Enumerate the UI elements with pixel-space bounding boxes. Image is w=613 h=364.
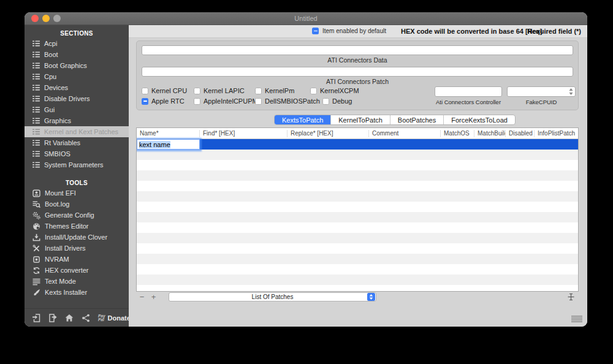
kernel-lapic-checkbox[interactable]	[194, 88, 200, 94]
table-row[interactable]	[137, 160, 578, 170]
dellsmbiospatch-checkbox-group: DellSMBIOSPatch	[255, 97, 320, 105]
table-footer-bar: − + List Of Patches	[136, 292, 579, 302]
kernel-cpu-checkbox[interactable]	[142, 88, 148, 94]
checkbox-label: Kernel CPU	[151, 87, 187, 94]
sidebar-item-boot-graphics[interactable]: Boot Graphics	[25, 60, 129, 71]
fakecpuid-input[interactable]	[507, 86, 576, 97]
list-icon	[32, 107, 40, 113]
sidebar-item-devices[interactable]: Devices	[25, 82, 129, 93]
column-header-matchbuild[interactable]: MatchBuild	[474, 130, 506, 137]
remove-row-button[interactable]: −	[136, 292, 148, 301]
sidebar-item-rt-variables[interactable]: Rt Variables	[25, 137, 129, 148]
ati-connectors-controller-input[interactable]	[435, 86, 502, 97]
paypal-icon: PayPal	[98, 314, 105, 322]
column-resize-handle-icon[interactable]	[567, 293, 575, 301]
checkbox-label: KernelXCPM	[320, 87, 359, 94]
list-icon	[32, 162, 40, 168]
sidebar-item-label: Disable Drivers	[44, 95, 90, 102]
close-button[interactable]	[31, 15, 39, 22]
column-header-name[interactable]: Name*	[137, 130, 200, 137]
table-row[interactable]	[137, 243, 578, 254]
table-row[interactable]	[137, 275, 578, 285]
sidebar-item-acpi[interactable]: Acpi	[25, 38, 129, 49]
sidebar-tool-hex-converter[interactable]: HEX converter	[25, 265, 129, 276]
apple-rtc-checkbox[interactable]	[142, 98, 148, 105]
kernelpm-checkbox-group: KernelPm	[255, 87, 294, 94]
sidebar-tool-install-drivers[interactable]: Install Drivers	[25, 243, 129, 254]
sidebar-item-smbios[interactable]: SMBIOS	[25, 148, 129, 159]
sidebar-item-label: Boot.log	[45, 200, 69, 208]
kernelpm-checkbox[interactable]	[255, 88, 262, 94]
sidebar-tool-bootlog[interactable]: Boot.log	[25, 199, 129, 210]
table-row[interactable]	[137, 181, 578, 191]
sidebar-item-graphics[interactable]: Graphics	[25, 115, 129, 126]
column-header-disabled[interactable]: Disabled	[506, 130, 535, 137]
column-header-replace[interactable]: Replace* [HEX]	[287, 130, 369, 137]
table-row[interactable]	[137, 150, 578, 160]
table-row[interactable]	[137, 170, 578, 181]
table-row[interactable]	[137, 191, 578, 202]
column-header-infoplistpatch[interactable]: InfoPlistPatch	[535, 130, 578, 137]
share-icon[interactable]	[82, 314, 90, 322]
kernelxcpm-checkbox[interactable]	[310, 88, 317, 94]
name-edit-field[interactable]: kext name	[137, 139, 200, 150]
sidebar-tool-kexts-installer[interactable]: Kexts Installer	[25, 287, 129, 298]
sidebar-tool-generate-config[interactable]: Generate Config	[25, 210, 129, 221]
themes-editor-icon	[32, 222, 40, 230]
donate-button[interactable]: PayPal Donate	[98, 314, 131, 322]
ati-connectors-patch-input[interactable]	[142, 67, 573, 77]
hex-converter-icon	[32, 267, 40, 275]
tab-bootpatches[interactable]: BootPatches	[390, 115, 444, 124]
import-config-button[interactable]	[32, 314, 40, 322]
appleintelcpupm-checkbox[interactable]	[194, 98, 200, 105]
table-row[interactable]	[137, 254, 578, 264]
table-row[interactable]	[137, 202, 578, 212]
table-row[interactable]	[137, 264, 578, 275]
window-content: SECTIONS Acpi Boot Boot Graphics Cpu Dev…	[25, 25, 587, 327]
table-row[interactable]	[137, 222, 578, 233]
zoom-button[interactable]	[53, 15, 61, 22]
tab-kextstopatch[interactable]: KextsToPatch	[275, 115, 331, 124]
dellsmbiospatch-checkbox[interactable]	[255, 98, 262, 105]
stepper-arrows-icon[interactable]	[569, 88, 573, 95]
table-row[interactable]	[137, 212, 578, 222]
sidebar-tool-nvram[interactable]: NVRAM	[25, 254, 129, 265]
table-row[interactable]	[137, 285, 578, 292]
tab-forcekextstoload[interactable]: ForceKextsToLoad	[444, 115, 515, 124]
home-button[interactable]	[65, 314, 74, 322]
debug-checkbox[interactable]	[322, 98, 329, 105]
checkbox-label: AppleIntelCPUPM	[204, 97, 258, 105]
sidebar-item-disable-drivers[interactable]: Disable Drivers	[25, 93, 129, 104]
add-row-button[interactable]: +	[148, 292, 159, 301]
nvram-icon	[32, 256, 40, 264]
ati-connectors-data-input[interactable]	[142, 45, 573, 55]
sidebar-tool-mount-efi[interactable]: Mount EFI	[25, 188, 129, 199]
sidebar-tool-text-mode[interactable]: Text Mode	[25, 276, 129, 287]
list-icon	[32, 129, 40, 135]
column-header-comment[interactable]: Comment	[369, 130, 441, 137]
sidebar-item-label: Devices	[44, 84, 68, 91]
item-enabled-checkbox[interactable]	[312, 28, 319, 34]
tab-kerneltopatch[interactable]: KernelToPatch	[331, 115, 390, 124]
sidebar-item-system-parameters[interactable]: System Parameters	[25, 159, 129, 170]
column-header-matchos[interactable]: MatchOS	[441, 130, 474, 137]
sidebar-item-cpu[interactable]: Cpu	[25, 71, 129, 82]
minimize-button[interactable]	[42, 15, 50, 22]
window-resize-grip[interactable]	[571, 316, 582, 322]
table-row[interactable]	[137, 233, 578, 243]
sidebar-item-gui[interactable]: Gui	[25, 104, 129, 115]
sidebar-footer: PayPal Donate	[25, 308, 129, 327]
titlebar[interactable]: Untitled	[25, 12, 587, 25]
edit-text-selection: kext name	[139, 141, 170, 148]
kexts-installer-icon	[32, 289, 40, 297]
ati-connectors-data-label: ATI Connectors Data	[137, 56, 578, 64]
export-config-button[interactable]	[48, 314, 57, 322]
sidebar-tool-themes-editor[interactable]: Themes Editor	[25, 221, 129, 232]
sidebar-item-kernel-and-kext-patches[interactable]: Kernel and Kext Patches	[25, 126, 129, 137]
list-of-patches-dropdown[interactable]: List Of Patches	[169, 292, 376, 301]
checkbox-label: Kernel LAPIC	[204, 87, 245, 94]
sidebar-item-boot[interactable]: Boot	[25, 49, 129, 60]
column-header-find[interactable]: Find* [HEX]	[200, 130, 287, 137]
sidebar-tool-install-update-clover[interactable]: Install/Update Clover	[25, 232, 129, 243]
selected-table-row[interactable]: kext name	[137, 139, 578, 150]
